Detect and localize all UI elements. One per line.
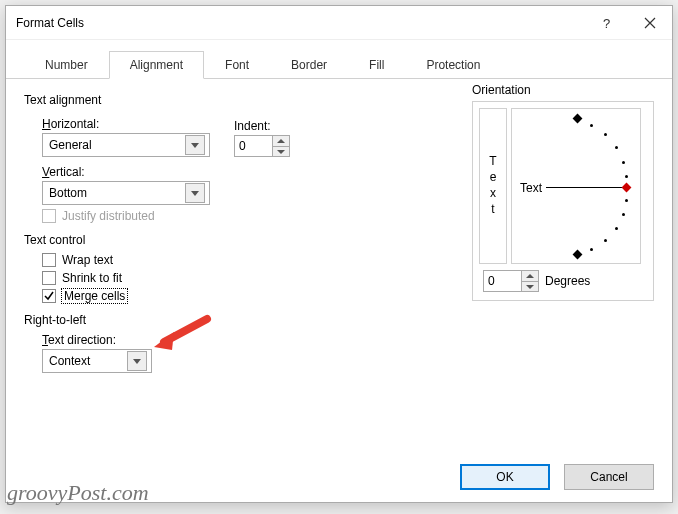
diamond-icon [622, 183, 632, 193]
titlebar: Format Cells ? [6, 6, 672, 40]
orientation-group: Orientation Text Text [472, 83, 654, 301]
horizontal-value: General [49, 138, 185, 152]
chevron-down-icon [185, 135, 205, 155]
right-to-left-label: Right-to-left [24, 313, 654, 327]
text-direction-label: Text direction: [42, 333, 654, 347]
chevron-down-icon [185, 183, 205, 203]
ok-button[interactable]: OK [460, 464, 550, 490]
vertical-value: Bottom [49, 186, 185, 200]
text-direction-combo[interactable]: Context [42, 349, 152, 373]
degrees-spinner[interactable]: 0 [483, 270, 539, 292]
tab-font[interactable]: Font [204, 51, 270, 79]
svg-text:?: ? [603, 16, 610, 30]
orientation-label: Orientation [472, 83, 654, 97]
indent-label: ndent: [237, 119, 270, 133]
text-direction-value: Context [49, 354, 127, 368]
indent-spinner[interactable]: 0 [234, 135, 290, 157]
watermark: groovyPost.com [7, 480, 149, 506]
cancel-button[interactable]: Cancel [564, 464, 654, 490]
spin-up-icon[interactable] [522, 271, 538, 281]
diamond-icon [573, 250, 583, 260]
horizontal-label: Horizontal: [42, 117, 210, 131]
tab-protection[interactable]: Protection [405, 51, 501, 79]
vertical-combo[interactable]: Bottom [42, 181, 210, 205]
tab-number[interactable]: Number [24, 51, 109, 79]
close-button[interactable] [628, 6, 672, 40]
help-button[interactable]: ? [584, 6, 628, 40]
format-cells-dialog: Format Cells ? Number Alignment Font Bor… [5, 5, 673, 503]
checkbox-checked-icon [42, 289, 56, 303]
checkbox-icon [42, 209, 56, 223]
tab-alignment[interactable]: Alignment [109, 51, 204, 79]
degrees-label: Degrees [545, 274, 590, 288]
indent-value: 0 [239, 139, 272, 153]
checkbox-icon [42, 253, 56, 267]
diamond-icon [573, 114, 583, 124]
spin-down-icon[interactable] [522, 281, 538, 291]
orientation-vertical-text[interactable]: Text [479, 108, 507, 264]
orientation-dial[interactable]: Text [511, 108, 641, 264]
degrees-value: 0 [488, 274, 521, 288]
chevron-down-icon [127, 351, 147, 371]
checkbox-icon [42, 271, 56, 285]
dialog-buttons: OK Cancel [460, 464, 654, 490]
spin-down-icon[interactable] [273, 146, 289, 156]
spin-up-icon[interactable] [273, 136, 289, 146]
tab-fill[interactable]: Fill [348, 51, 405, 79]
horizontal-combo[interactable]: General [42, 133, 210, 157]
tab-content: Text alignment Horizontal: General Inden… [6, 79, 672, 459]
tab-bar: Number Alignment Font Border Fill Protec… [6, 40, 672, 79]
tab-border[interactable]: Border [270, 51, 348, 79]
dialog-title: Format Cells [16, 16, 584, 30]
